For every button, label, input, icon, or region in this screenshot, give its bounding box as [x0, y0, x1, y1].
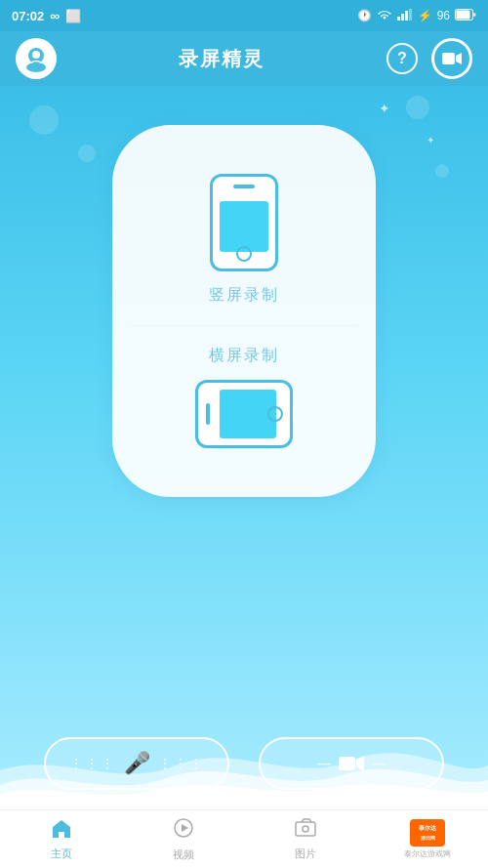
tab-sponsor[interactable]: 泰尔达 游戏网 泰尔达游戏网: [366, 810, 488, 868]
main-card: 竖屏录制 横屏录制: [112, 125, 376, 497]
tab-home-label: 主页: [51, 847, 72, 861]
svg-rect-2: [405, 11, 408, 21]
infinity-icon: ∞: [50, 8, 60, 23]
svg-marker-14: [182, 824, 188, 832]
home-icon: [51, 818, 72, 844]
media-icon: ⬜: [65, 9, 81, 23]
svg-rect-3: [409, 9, 412, 21]
svg-text:泰尔达: 泰尔达: [419, 824, 437, 831]
main-area: ✦ ✦ 竖屏录制 横屏录制: [0, 86, 488, 809]
clock-icon: 🕐: [357, 9, 372, 22]
svg-point-16: [303, 826, 308, 832]
tab-video[interactable]: 视频: [122, 810, 244, 868]
svg-text:游戏网: 游戏网: [420, 835, 434, 841]
svg-rect-0: [397, 17, 400, 21]
status-bar: 07:02 ∞ ⬜ 🕐 ⚡ 96: [0, 0, 488, 31]
signal-icon: [397, 9, 413, 23]
battery-icon: [455, 9, 476, 23]
record-button-top[interactable]: [431, 38, 472, 79]
wave-decoration: [0, 731, 488, 809]
tab-photo[interactable]: 图片: [244, 810, 366, 868]
nav-actions: ?: [386, 38, 472, 79]
tab-bar: 主页 视频 图片 泰尔达 游戏网 泰尔达游戏网: [0, 809, 488, 868]
battery-level: 96: [437, 9, 450, 22]
video-icon: [173, 817, 194, 845]
svg-rect-5: [457, 10, 470, 19]
landscape-section[interactable]: 横屏录制: [132, 325, 356, 468]
svg-rect-9: [442, 53, 455, 64]
wifi-icon: [377, 9, 392, 23]
charging-icon: ⚡: [418, 9, 432, 22]
svg-point-8: [32, 51, 40, 59]
portrait-section[interactable]: 竖屏录制: [132, 154, 356, 325]
portrait-phone-icon: [210, 174, 278, 271]
bubble-deco-3: [406, 96, 429, 119]
sponsor-logo-img: 泰尔达 游戏网: [410, 819, 445, 847]
photo-icon: [295, 818, 316, 844]
help-button[interactable]: ?: [386, 43, 418, 74]
svg-rect-15: [296, 822, 315, 836]
bubble-deco-4: [435, 164, 449, 178]
app-logo[interactable]: [16, 38, 57, 79]
status-right: 🕐 ⚡ 96: [357, 9, 476, 23]
tab-video-label: 视频: [173, 847, 194, 862]
sparkle-2: ✦: [427, 135, 434, 145]
svg-rect-17: [411, 820, 444, 846]
page-title: 录屏精灵: [179, 46, 264, 72]
landscape-phone-icon: [195, 380, 293, 448]
tab-sponsor-label: 泰尔达游戏网: [404, 848, 451, 859]
tab-photo-label: 图片: [295, 847, 316, 861]
landscape-label: 横屏录制: [209, 346, 279, 366]
status-left: 07:02 ∞ ⬜: [12, 8, 81, 23]
bubble-deco-1: [29, 105, 59, 135]
sparkle-1: ✦: [379, 101, 390, 116]
portrait-label: 竖屏录制: [209, 285, 279, 306]
nav-bar: 录屏精灵 ?: [0, 31, 488, 86]
svg-rect-1: [401, 14, 404, 21]
time-display: 07:02: [12, 9, 44, 23]
svg-point-7: [26, 62, 46, 72]
svg-marker-10: [456, 53, 462, 64]
tab-home[interactable]: 主页: [0, 810, 122, 868]
bubble-deco-2: [78, 145, 96, 162]
